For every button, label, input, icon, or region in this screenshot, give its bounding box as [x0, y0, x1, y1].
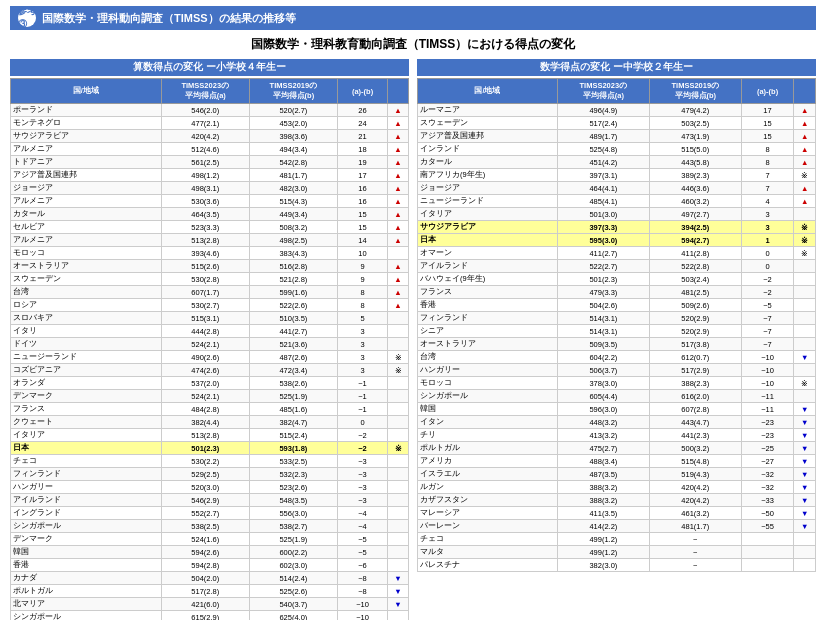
cell-2023: 499(1.2) [557, 533, 649, 546]
cell-2023: 552(2.7) [161, 507, 249, 520]
cell-country: アイルランド [11, 494, 162, 507]
table-row: モロッコ378(3.0)388(2.3)−10※ [418, 377, 816, 390]
cell-2019: 481(1.7) [649, 520, 741, 533]
left-table-subtitle: 算数得点の変化 ー小学校４年生ー [10, 59, 409, 76]
cell-diff: 3 [741, 208, 793, 221]
table-row: オランダ537(2.0)538(2.6)−1 [11, 377, 409, 390]
cell-arrow: ▲ [388, 221, 409, 234]
cell-country: イスラエル [418, 468, 558, 481]
table-row: イスラエル487(3.5)519(4.3)−32▼ [418, 468, 816, 481]
cell-country: バーレーン [418, 520, 558, 533]
cell-diff: −7 [741, 312, 793, 325]
cell-2019: 525(1.9) [249, 533, 337, 546]
cell-2023: 393(4.6) [161, 247, 249, 260]
cell-2023: 504(2.6) [557, 299, 649, 312]
cell-arrow: ▼ [794, 416, 816, 429]
cell-2023: 378(3.0) [557, 377, 649, 390]
cell-country: 日本 [11, 442, 162, 455]
cell-diff: −3 [337, 455, 387, 468]
cell-country: デンマーク [11, 533, 162, 546]
cell-2023: 420(4.2) [161, 130, 249, 143]
cell-arrow: ▲ [388, 130, 409, 143]
cell-country: アジア普及国連邦 [11, 169, 162, 182]
cell-country: インランド [418, 143, 558, 156]
cell-diff: 15 [741, 130, 793, 143]
cell-arrow: ▲ [794, 156, 816, 169]
cell-2023: 514(3.1) [557, 325, 649, 338]
table-row: イタン448(3.2)443(4.7)−23▼ [418, 416, 816, 429]
cell-2023: 444(2.8) [161, 325, 249, 338]
cell-diff: 3 [337, 338, 387, 351]
cell-diff: −11 [741, 390, 793, 403]
cell-country: ジョージア [418, 182, 558, 195]
cell-arrow: ▲ [388, 286, 409, 299]
cell-2023: 382(4.4) [161, 416, 249, 429]
cell-2019: 443(4.7) [649, 416, 741, 429]
table-row: サウジアラビア397(3.3)394(2.5)3※ [418, 221, 816, 234]
table-row: ポルトガル475(2.7)500(3.2)−25▼ [418, 442, 816, 455]
cell-diff: −7 [741, 338, 793, 351]
cell-2019: 398(3.6) [249, 130, 337, 143]
cell-diff: 8 [741, 156, 793, 169]
cell-country: ニュージーランド [418, 195, 558, 208]
cell-2023: 546(2.0) [161, 104, 249, 117]
table-row: ハンガリー520(3.0)523(2.6)−3 [11, 481, 409, 494]
cell-diff: 17 [741, 104, 793, 117]
table-row: シンガポール538(2.5)538(2.7)−4 [11, 520, 409, 533]
cell-arrow [388, 481, 409, 494]
cell-diff: −10 [337, 611, 387, 621]
cell-country: スロバキア [11, 312, 162, 325]
cell-country: 南アフリカ(9年生) [418, 169, 558, 182]
cell-arrow [388, 338, 409, 351]
cell-2023: 474(2.6) [161, 364, 249, 377]
cell-country: フィンランド [11, 468, 162, 481]
table-row: 台湾607(1.7)599(1.6)8▲ [11, 286, 409, 299]
cell-2023: 530(2.8) [161, 273, 249, 286]
cell-2019: 481(1.7) [249, 169, 337, 182]
cell-country: 台湾 [11, 286, 162, 299]
cell-country: サウジアラビア [418, 221, 558, 234]
cell-arrow: ▲ [388, 182, 409, 195]
cell-diff: 1 [741, 234, 793, 247]
table-row: ロシア530(2.7)522(2.6)8▲ [11, 299, 409, 312]
cell-arrow [794, 299, 816, 312]
table-row: ポルトガル517(2.8)525(2.6)−8▼ [11, 585, 409, 598]
cell-diff: −50 [741, 507, 793, 520]
cell-diff: 16 [337, 182, 387, 195]
cell-arrow: ▲ [388, 169, 409, 182]
cell-2019: 542(2.8) [249, 156, 337, 169]
cell-arrow [794, 390, 816, 403]
cell-country: ドイツ [11, 338, 162, 351]
cell-arrow: ▲ [794, 182, 816, 195]
cell-2023: 595(3.0) [557, 234, 649, 247]
cell-2019: 482(3.0) [249, 182, 337, 195]
page-wrapper: 参考③ 国際数学・理科動向調査（TIMSS）の結果の推移等 国際数学・理科教育動… [0, 0, 826, 620]
cell-arrow [794, 546, 816, 559]
table-row: ポーランド546(2.0)520(2.7)26▲ [11, 104, 409, 117]
cell-country: カナダ [11, 572, 162, 585]
cell-arrow [794, 364, 816, 377]
table-row: セルビア523(3.3)508(3.2)15▲ [11, 221, 409, 234]
cell-2023: 530(3.6) [161, 195, 249, 208]
cell-arrow: ▲ [388, 156, 409, 169]
cell-arrow: ▼ [794, 494, 816, 507]
cell-country: イタリア [418, 208, 558, 221]
cell-arrow [794, 338, 816, 351]
left-table-section: 算数得点の変化 ー小学校４年生ー 国/地域 TIMSS2023の平均得点(a) … [10, 59, 409, 620]
cell-2023: 388(3.2) [557, 481, 649, 494]
cell-diff: 3 [741, 221, 793, 234]
cell-2019: 548(3.5) [249, 494, 337, 507]
cell-2023: 522(2.7) [557, 260, 649, 273]
cell-2023: 464(3.5) [161, 208, 249, 221]
cell-2019: 441(2.7) [249, 325, 337, 338]
cell-country: チェコ [418, 533, 558, 546]
table-row: チリ413(3.2)441(2.3)−23▼ [418, 429, 816, 442]
cell-diff: −25 [741, 442, 793, 455]
cell-diff: −32 [741, 468, 793, 481]
cell-country: シニア [418, 325, 558, 338]
right-header-country: 国/地域 [418, 79, 558, 104]
cell-country: ジョージア [11, 182, 162, 195]
cell-diff: 18 [337, 143, 387, 156]
cell-country: ポーランド [11, 104, 162, 117]
cell-diff: −10 [741, 377, 793, 390]
